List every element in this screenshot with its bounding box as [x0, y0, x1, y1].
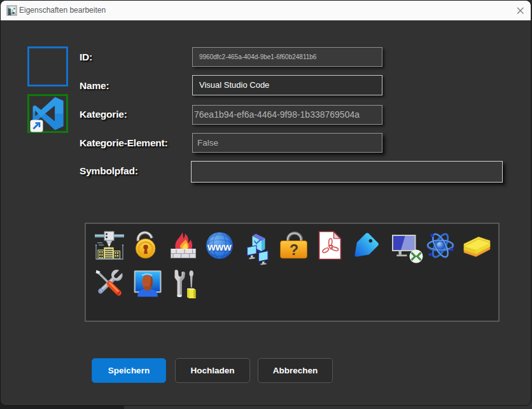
svg-text:www: www [207, 242, 232, 253]
svg-text:?: ? [290, 242, 298, 258]
